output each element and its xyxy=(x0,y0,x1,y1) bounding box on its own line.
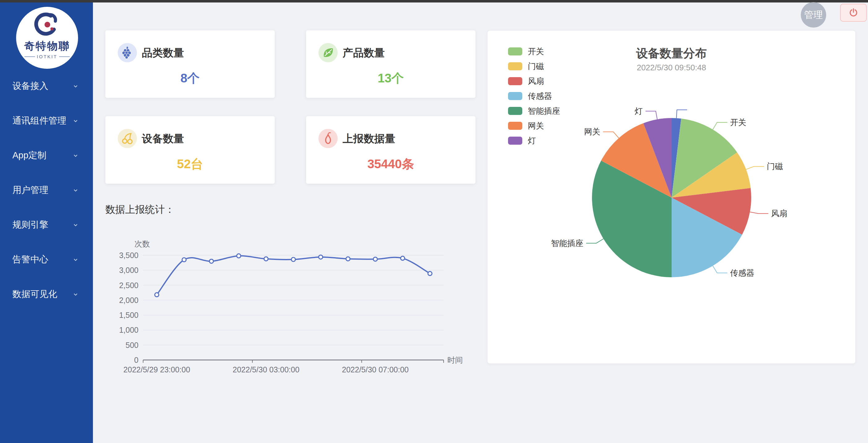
svg-text:风扇: 风扇 xyxy=(771,209,787,218)
iotkit-logo-icon xyxy=(33,12,61,40)
stat-value: 8个 xyxy=(105,70,275,87)
chevron-down-icon xyxy=(72,83,79,90)
svg-text:0: 0 xyxy=(134,356,138,364)
sidebar-item-alarm-center[interactable]: 告警中心 xyxy=(0,251,93,268)
dashboard-page: 奇特物聯 IOTKIT 设备接入通讯组件管理App定制用户管理规则引擎告警中心数… xyxy=(0,0,868,443)
svg-text:时间: 时间 xyxy=(447,356,463,364)
stat-value: 13个 xyxy=(306,70,475,87)
svg-text:3,000: 3,000 xyxy=(119,266,138,275)
sidebar-item-label: App定制 xyxy=(12,149,46,162)
grapes-icon xyxy=(118,43,137,62)
line-section-title: 数据上报统计： xyxy=(105,203,175,217)
svg-text:灯: 灯 xyxy=(635,106,643,116)
svg-text:门磁: 门磁 xyxy=(767,162,783,171)
sidebar: 奇特物聯 IOTKIT 设备接入通讯组件管理App定制用户管理规则引擎告警中心数… xyxy=(0,2,93,443)
sidebar-item-user-management[interactable]: 用户管理 xyxy=(0,182,93,199)
chevron-down-icon xyxy=(72,152,79,159)
chevron-down-icon xyxy=(72,221,79,229)
sidebar-item-device-access[interactable]: 设备接入 xyxy=(0,77,93,95)
svg-text:2,500: 2,500 xyxy=(119,281,138,290)
svg-text:传感器: 传感器 xyxy=(730,268,754,278)
stat-value: 35440条 xyxy=(306,156,475,172)
brand-rule-right xyxy=(59,56,70,57)
top-strip xyxy=(0,0,868,2)
svg-text:智能插座: 智能插座 xyxy=(551,239,583,248)
svg-text:网关: 网关 xyxy=(584,127,600,136)
stat-title: 产品数量 xyxy=(343,43,385,62)
sidebar-item-label: 通讯组件管理 xyxy=(12,115,66,127)
sidebar-item-data-visualization[interactable]: 数据可见化 xyxy=(0,286,93,303)
stat-card-product-count: 产品数量 13个 xyxy=(306,30,475,98)
power-icon xyxy=(848,7,859,18)
leaf-icon xyxy=(318,43,338,62)
sidebar-item-label: 数据可见化 xyxy=(12,288,57,300)
pear-icon xyxy=(318,129,338,148)
sidebar-item-rule-engine[interactable]: 规则引擎 xyxy=(0,216,93,233)
stat-value: 52台 xyxy=(105,156,275,172)
device-distribution-card: 设备数量分布 2022/5/30 09:50:48 开关门磁风扇传感器智能插座网… xyxy=(487,30,856,364)
device-pie-chart: 开关门磁风扇传感器智能插座网关灯 xyxy=(488,31,855,363)
svg-text:2022/5/30 07:00:00: 2022/5/30 07:00:00 xyxy=(342,365,409,374)
brand-logo: 奇特物聯 IOTKIT xyxy=(16,7,78,69)
stat-card-report-count: 上报数据量 35440条 xyxy=(306,116,475,184)
cherries-icon xyxy=(118,129,137,148)
brand-subtitle: IOTKIT xyxy=(23,54,71,59)
svg-text:开关: 开关 xyxy=(730,118,746,127)
brand-rule-left xyxy=(25,56,35,57)
avatar[interactable]: 管理 xyxy=(801,2,826,28)
svg-text:2022/5/29 23:00:00: 2022/5/29 23:00:00 xyxy=(123,365,190,374)
sidebar-item-label: 用户管理 xyxy=(12,184,48,196)
svg-text:2,000: 2,000 xyxy=(119,296,138,305)
report-line-chart: 05001,0001,5002,0002,5003,0003,500次数2022… xyxy=(105,229,477,383)
stat-card-device-count: 设备数量 52台 xyxy=(105,116,275,184)
chevron-down-icon xyxy=(72,187,79,194)
chevron-down-icon xyxy=(72,291,79,298)
brand-name: 奇特物聯 xyxy=(24,40,70,52)
chevron-down-icon xyxy=(72,117,79,125)
logout-button[interactable] xyxy=(840,4,867,22)
sidebar-nav: 设备接入通讯组件管理App定制用户管理规则引擎告警中心数据可见化 xyxy=(0,77,93,320)
svg-text:1,500: 1,500 xyxy=(119,311,138,319)
svg-text:2022/5/30 03:00:00: 2022/5/30 03:00:00 xyxy=(232,365,299,374)
stat-title: 设备数量 xyxy=(142,129,184,148)
sidebar-item-comm-components[interactable]: 通讯组件管理 xyxy=(0,112,93,129)
svg-text:次数: 次数 xyxy=(134,240,150,248)
stat-title: 上报数据量 xyxy=(343,129,395,148)
sidebar-item-label: 规则引擎 xyxy=(12,219,48,231)
svg-text:1,000: 1,000 xyxy=(119,325,138,334)
stat-card-category-count: 品类数量 8个 xyxy=(105,30,275,98)
svg-text:3,500: 3,500 xyxy=(119,251,138,260)
svg-text:500: 500 xyxy=(125,341,138,349)
stat-title: 品类数量 xyxy=(142,43,184,62)
sidebar-item-label: 告警中心 xyxy=(12,253,48,266)
sidebar-item-app-custom[interactable]: App定制 xyxy=(0,147,93,164)
sidebar-item-label: 设备接入 xyxy=(12,80,48,92)
chevron-down-icon xyxy=(72,256,79,263)
